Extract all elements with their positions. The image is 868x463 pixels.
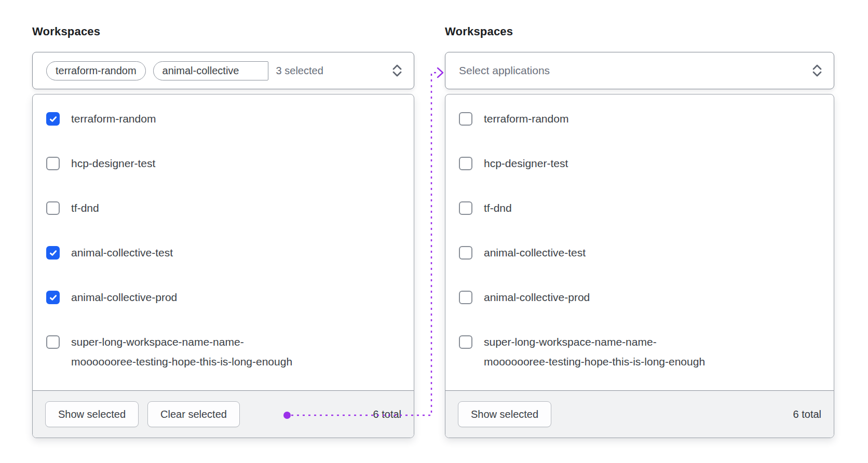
option-row[interactable]: animal-collective-prod [445,275,834,320]
option-checkbox[interactable] [46,157,60,170]
check-icon [49,293,58,302]
option-row[interactable]: hcp-designer-test [445,141,834,186]
left-option-list: terraform-random hcp-designer-test [33,94,414,390]
annotation-arrowhead [438,68,443,77]
selected-tag-truncated-label: animal-collective [162,65,239,77]
workspaces-multiselect-right: Workspaces Select applications terraform… [445,25,834,438]
option-label: tf-dnd [484,198,512,218]
caret-updown-icon [391,63,403,78]
select-placeholder: Select applications [459,64,550,77]
option-row[interactable]: super-long-workspace-name-name- moooooor… [33,320,414,384]
option-label: terraform-random [71,109,156,129]
caret-updown-icon [811,63,823,78]
option-label: super-long-workspace-name-name- moooooor… [484,332,705,372]
option-checkbox[interactable] [459,335,472,349]
left-field-label: Workspaces [32,25,414,38]
show-selected-button[interactable]: Show selected [45,401,139,427]
check-icon [49,115,58,124]
option-label: animal-collective-prod [484,288,590,307]
option-label: animal-collective-prod [71,288,177,307]
option-row[interactable]: hcp-designer-test [33,141,414,186]
check-icon [49,249,58,257]
option-label: tf-dnd [71,198,99,218]
option-checkbox[interactable] [459,291,472,304]
option-row[interactable]: terraform-random [33,97,414,141]
selected-count: 3 selected [276,65,323,77]
option-checkbox[interactable] [46,112,60,126]
option-checkbox[interactable] [459,246,472,260]
option-checkbox[interactable] [46,246,60,260]
workspaces-multiselect-left: Workspaces terraform-random animal-colle… [32,25,414,438]
option-row[interactable]: terraform-random [445,97,834,141]
option-row[interactable]: tf-dnd [33,186,414,230]
show-selected-button[interactable]: Show selected [458,401,551,427]
right-dropdown-footer: Show selected 6 total [445,390,834,438]
left-dropdown-listbox: terraform-random hcp-designer-test [32,94,414,438]
option-row[interactable]: tf-dnd [445,186,834,230]
option-label: animal-collective-test [71,243,173,263]
option-row[interactable]: animal-collective-test [33,230,414,275]
right-dropdown-listbox: terraform-random hcp-designer-test [445,94,834,438]
option-checkbox[interactable] [459,112,472,126]
option-checkbox[interactable] [46,335,60,349]
option-label: terraform-random [484,109,568,129]
option-row[interactable]: animal-collective-test [445,230,834,275]
total-count: 6 total [793,408,821,420]
right-select-trigger[interactable]: Select applications [445,52,834,89]
clear-selected-button[interactable]: Clear selected [147,401,240,427]
left-select-trigger[interactable]: terraform-random animal-collective 3 sel… [32,52,414,89]
right-field-label: Workspaces [445,25,834,38]
right-option-list: terraform-random hcp-designer-test [445,94,834,390]
selected-tag: terraform-random [46,61,146,80]
option-checkbox[interactable] [46,291,60,304]
option-label: hcp-designer-test [71,154,155,173]
option-checkbox[interactable] [459,157,472,170]
total-count: 6 total [373,408,401,420]
option-label: hcp-designer-test [484,154,568,173]
option-checkbox[interactable] [46,201,60,215]
option-label: animal-collective-test [484,243,586,263]
option-checkbox[interactable] [459,201,472,215]
option-row[interactable]: super-long-workspace-name-name- moooooor… [445,320,834,384]
left-dropdown-footer: Show selected Clear selected 6 total [33,390,414,438]
selected-tag-truncated: animal-collective [153,61,268,80]
option-row[interactable]: animal-collective-prod [33,275,414,320]
option-label: super-long-workspace-name-name- moooooor… [71,332,292,372]
